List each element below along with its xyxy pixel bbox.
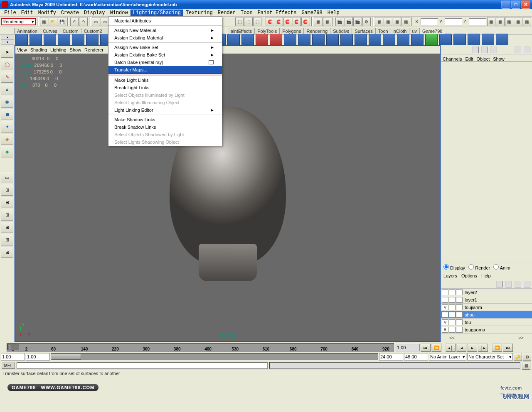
shelf-button[interactable] xyxy=(58,34,70,46)
coord-y-input[interactable] xyxy=(445,18,462,25)
radio-display[interactable]: Display xyxy=(443,264,465,270)
shelf-button[interactable] xyxy=(284,34,296,46)
shelf-button[interactable] xyxy=(411,34,424,46)
layer-vis-box[interactable]: R xyxy=(442,327,448,333)
shelf-button[interactable] xyxy=(241,34,254,46)
toolbar-button[interactable]: ▦ xyxy=(314,17,322,26)
cmd-mode-label[interactable]: MEL xyxy=(2,362,15,369)
last-tool[interactable]: ◆ xyxy=(1,146,13,157)
layer-menu-help[interactable]: Help xyxy=(481,273,491,278)
layer-color-box[interactable] xyxy=(456,289,463,295)
shelf-button[interactable] xyxy=(30,34,42,46)
command-input[interactable] xyxy=(17,362,268,369)
layer-type-box[interactable] xyxy=(449,297,456,303)
menu-create[interactable]: Create xyxy=(59,10,81,16)
shelf-button[interactable] xyxy=(326,34,339,46)
snap-button[interactable]: 🧲 xyxy=(293,17,301,26)
layer-icon[interactable] xyxy=(515,281,521,287)
snap-button[interactable]: 🧲 xyxy=(275,17,283,26)
range-end-input[interactable] xyxy=(404,353,428,360)
shelf-tab-polytools[interactable]: PolyTools xyxy=(254,28,280,34)
toolbar-button[interactable]: ⬚ xyxy=(253,17,261,26)
layout-btn[interactable]: ⊞ xyxy=(1,221,13,233)
shelf-tab-ainteffects[interactable]: aintEffects xyxy=(228,28,255,34)
shelf-button[interactable] xyxy=(453,34,466,46)
soft-mod-tool[interactable]: ◆ xyxy=(1,133,13,145)
menu-item[interactable]: Break Light Links xyxy=(108,84,222,91)
paint-select-tool[interactable]: ✎ xyxy=(1,71,13,83)
lasso-tool[interactable]: ◯ xyxy=(1,59,13,70)
shelf-button[interactable] xyxy=(397,34,409,46)
character-set-select[interactable]: No Character Set▾ xyxy=(467,353,513,360)
radio-render[interactable]: Render xyxy=(468,264,490,270)
layer-row[interactable]: /shou xyxy=(441,311,532,319)
layer-prev[interactable]: << xyxy=(449,335,455,340)
step-fwd-button[interactable]: ⏩ xyxy=(492,343,502,352)
range-thumb[interactable] xyxy=(51,354,81,360)
goto-start-button[interactable]: ⏮ xyxy=(421,343,431,352)
menu-item[interactable]: Transfer Maps... xyxy=(108,66,222,74)
shelf-button[interactable] xyxy=(72,34,84,46)
auto-key-button[interactable]: 🔑 xyxy=(514,353,522,361)
minimize-button[interactable]: _ xyxy=(501,0,510,9)
shelf-tab-custom[interactable]: Custom xyxy=(60,28,81,34)
layer-icon[interactable] xyxy=(496,281,503,287)
render-button[interactable]: 🎬 xyxy=(345,17,353,26)
rp-tab-object[interactable]: Object xyxy=(476,56,490,61)
shelf-button[interactable] xyxy=(439,34,452,46)
layer-vis-box[interactable]: V xyxy=(442,304,448,310)
menu-window[interactable]: Window xyxy=(107,10,130,16)
panel-icon[interactable] xyxy=(472,47,479,53)
viewport-menu-lighting[interactable]: Lighting xyxy=(50,47,66,52)
toolbar-button[interactable]: 💾 xyxy=(58,17,66,26)
layer-vis-box[interactable] xyxy=(442,289,448,295)
toolbar-button[interactable]: ▭ xyxy=(92,17,100,26)
menu-game[interactable]: Game798 xyxy=(299,10,325,16)
shelf-nav[interactable]: ▴ xyxy=(1,35,14,39)
viewport[interactable]: Verts: 90214 0 0 Edges: 269466 0 0 Faces… xyxy=(15,54,440,341)
shelf-button[interactable] xyxy=(312,34,325,46)
layer-color-box[interactable] xyxy=(456,327,463,333)
toolbar-button[interactable]: ▦ xyxy=(375,17,383,26)
shelf-tab-uv[interactable]: uv xyxy=(409,28,420,34)
menu-lightingshading[interactable]: Lighting/Shading xyxy=(131,10,183,16)
render-button[interactable]: 🎬 xyxy=(353,17,362,26)
panel-icon[interactable] xyxy=(524,47,530,53)
render-button[interactable]: ⚙ xyxy=(362,17,371,26)
goto-end-button[interactable]: ⏭ xyxy=(503,343,513,352)
layout-single[interactable]: ▭ xyxy=(1,172,13,183)
move-tool[interactable]: ▲ xyxy=(1,83,13,95)
time-ruler[interactable]: 1260140220300380460530610680760840920 ⏮ … xyxy=(7,343,531,352)
layer-type-box[interactable] xyxy=(449,289,456,295)
layout-btn[interactable]: ⊟ xyxy=(1,196,13,208)
range-start-input[interactable] xyxy=(1,353,25,360)
toolbar-button[interactable]: ▦ xyxy=(323,17,331,26)
menu-item[interactable]: Assign New Material▶ xyxy=(108,27,222,34)
shelf-tab-toon[interactable]: Toon xyxy=(375,28,391,34)
snap-button[interactable]: 🧲 xyxy=(266,17,274,26)
option-box-icon[interactable] xyxy=(209,60,214,64)
radio-anim[interactable]: Anim xyxy=(493,264,510,270)
layer-next[interactable]: >> xyxy=(518,335,524,340)
anim-layer-select[interactable]: No Anim Layer▾ xyxy=(429,353,466,360)
layer-row[interactable]: layer2 xyxy=(441,289,532,296)
layer-menu-layers[interactable]: Layers xyxy=(443,273,457,278)
menu-help[interactable]: Help xyxy=(325,10,342,16)
playback-start-input[interactable] xyxy=(26,353,50,360)
layer-icon[interactable] xyxy=(505,281,512,287)
layer-row[interactable]: Vtou xyxy=(441,319,532,326)
playback-end-input[interactable] xyxy=(379,353,403,360)
toolbar-button[interactable]: ↶ xyxy=(70,17,79,26)
menu-edit[interactable]: Edit xyxy=(19,10,36,16)
coord-z-input[interactable] xyxy=(469,18,486,25)
shelf-tab-subdivs[interactable]: Subdivs xyxy=(330,28,352,34)
snap-button[interactable]: 🧲 xyxy=(283,17,292,26)
panel-icon[interactable] xyxy=(515,47,521,53)
layer-row[interactable]: Rtougaomo xyxy=(441,326,532,334)
coord-x-input[interactable] xyxy=(421,18,438,25)
select-tool[interactable]: ➤ xyxy=(1,46,13,58)
layout-btn[interactable]: ⊞ xyxy=(1,234,13,245)
shelf-tab-ncloth[interactable]: nCloth xyxy=(391,28,410,34)
menu-display[interactable]: Display xyxy=(81,10,107,16)
layer-color-box[interactable] xyxy=(456,297,463,303)
